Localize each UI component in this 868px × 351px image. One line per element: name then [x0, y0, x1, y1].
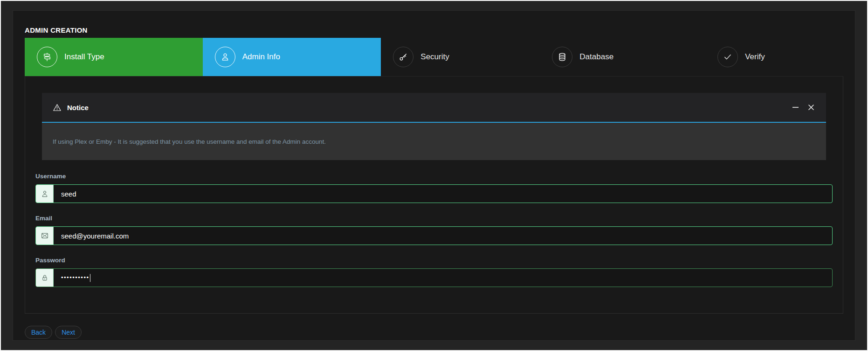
- tab-label: Database: [579, 52, 613, 62]
- key-icon: [393, 47, 413, 67]
- page-title: ADMIN CREATION: [25, 27, 843, 34]
- close-icon[interactable]: [807, 103, 815, 112]
- notice-body: If using Plex or Emby - It is suggested …: [42, 123, 826, 160]
- signpost-icon: [37, 47, 57, 67]
- notice-header: Notice: [42, 93, 826, 122]
- app-window: ADMIN CREATION Install Type: [0, 0, 868, 351]
- notice-message: If using Plex or Emby - It is suggested …: [53, 138, 326, 145]
- tab-security[interactable]: Security: [381, 38, 540, 76]
- tab-database[interactable]: Database: [540, 38, 705, 76]
- email-label: Email: [35, 215, 833, 222]
- notice-actions: [791, 103, 815, 112]
- tab-install-type[interactable]: Install Type: [25, 38, 203, 76]
- back-button[interactable]: Back: [25, 326, 52, 339]
- email-input[interactable]: [54, 227, 832, 245]
- database-icon: [552, 47, 572, 67]
- tab-admin-info[interactable]: Admin Info: [203, 38, 381, 76]
- check-icon: [717, 47, 738, 67]
- username-input-group: [35, 184, 833, 203]
- admin-info-step-panel: Notice If using Plex or Emby - It is sug…: [25, 76, 843, 314]
- password-label: Password: [35, 257, 833, 264]
- notice-title: Notice: [67, 104, 89, 112]
- next-button[interactable]: Next: [55, 326, 82, 339]
- tab-label: Security: [420, 52, 449, 62]
- username-label: Username: [35, 173, 833, 180]
- admin-form: Username Email: [35, 173, 833, 287]
- email-input-group: [35, 226, 833, 245]
- tab-verify[interactable]: Verify: [705, 38, 843, 76]
- user-icon: [215, 47, 235, 67]
- wizard-step-tabs: Install Type Admin Info: [25, 38, 843, 76]
- tab-label: Verify: [745, 52, 765, 62]
- warning-icon: [53, 103, 62, 112]
- password-field-group: Password ••••••••••: [35, 257, 833, 287]
- tab-label: Admin Info: [242, 52, 280, 62]
- email-field-group: Email: [35, 215, 833, 245]
- minimize-icon[interactable]: [791, 103, 799, 112]
- setup-wizard-card: ADMIN CREATION Install Type: [13, 10, 855, 341]
- password-input[interactable]: ••••••••••: [54, 269, 832, 287]
- notice-panel: Notice If using Plex or Emby - It is sug…: [42, 93, 826, 160]
- text-caret: [90, 274, 90, 282]
- user-icon: [36, 185, 54, 203]
- tab-label: Install Type: [64, 52, 104, 62]
- password-input-group[interactable]: ••••••••••: [35, 268, 833, 287]
- username-field-group: Username: [35, 173, 833, 203]
- username-input[interactable]: [54, 185, 832, 203]
- wizard-actions: Back Next: [25, 326, 843, 339]
- lock-icon: [36, 269, 54, 287]
- envelope-icon: [36, 227, 54, 245]
- password-masked-value: ••••••••••: [61, 268, 90, 287]
